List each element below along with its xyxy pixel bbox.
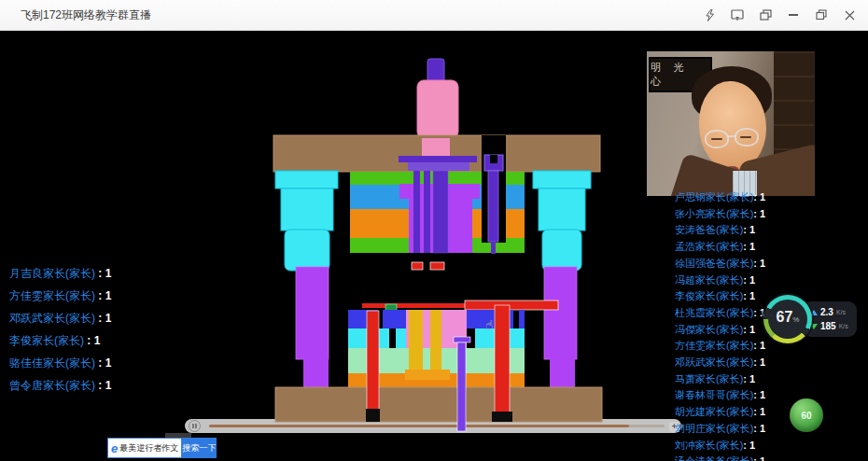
window-controls: [702, 7, 868, 22]
accelerator-float-ball[interactable]: 60: [790, 398, 823, 432]
viewer-count: : 1: [753, 208, 765, 219]
search-button[interactable]: 搜索一下: [182, 438, 217, 458]
restore-icon[interactable]: [814, 7, 829, 22]
viewer-name: 胡光建家长(家长): [675, 406, 753, 417]
viewer-name: 马萧家长(家长): [675, 373, 743, 384]
viewer-count: : 1: [753, 423, 765, 434]
pause-button[interactable]: [189, 420, 201, 432]
viewer-row: 张小亮家长(家长): 1: [675, 206, 861, 223]
teacher-eye: [711, 138, 722, 140]
guide-bushings: [275, 171, 591, 271]
viewer-count: : 1: [743, 224, 755, 235]
viewer-row: 月吉良家长(家长) : 1: [9, 262, 111, 285]
viewer-name: 安涛爸爸(家长): [675, 224, 743, 235]
window-title: 飞制172班网络教学群直播: [21, 7, 151, 23]
live-video-stage: + e 最美逆行者作文 搜索一下 月吉良家长(家长) : 1 方佳雯家长(家长)…: [0, 31, 868, 461]
viewer-count: : 1: [743, 290, 755, 301]
viewer-row: 胡光建家长(家长): 1: [675, 404, 861, 421]
viewer-name: 李俊家长(家长): [675, 290, 743, 301]
teacher-webcam-video[interactable]: 明 光 心: [647, 51, 815, 196]
viewer-name: 刘冲家长(家长): [675, 440, 743, 451]
download-speed-value: 185: [820, 321, 836, 331]
mold-lower-half: [275, 300, 602, 431]
gauge-ring: 67 %: [763, 295, 812, 343]
viewer-row: 安涛爸爸(家长): 1: [675, 222, 861, 239]
viewer-count: : 1: [743, 440, 755, 451]
viewer-name: 李俊家长(家长): [9, 334, 84, 347]
pin-window-icon[interactable]: [730, 7, 745, 22]
viewer-name: 刘明庄家长(家长): [675, 423, 753, 434]
viewer-count: : 1: [753, 356, 765, 368]
viewer-row: 刘冲家长(家长): 1: [675, 438, 861, 454]
viewer-count: : 1: [753, 389, 765, 400]
seek-track[interactable]: [209, 425, 665, 427]
upload-speed-value: 2.3: [820, 307, 833, 317]
viewer-count: : 1: [95, 267, 111, 280]
lightning-icon[interactable]: [702, 7, 717, 22]
viewer-name: 冯超家长(家长): [675, 274, 743, 286]
viewer-count: : 1: [753, 455, 765, 461]
viewer-name: 汤会清爸爸(家长): [675, 455, 753, 461]
viewer-name: 张小亮家长(家长): [675, 208, 753, 219]
viewer-name: 邓跃武家长(家长): [9, 312, 95, 325]
viewer-name: 杜兆霞家长(家长): [675, 307, 753, 318]
search-query-text: 最美逆行者作文: [119, 442, 178, 454]
seek-progress: [209, 425, 629, 427]
viewer-row: 冯超家长(家长): 1: [675, 272, 861, 289]
gauge-percent-unit: %: [792, 315, 799, 324]
gauge-percent: 67: [777, 310, 793, 325]
glasses-bridge: [727, 135, 736, 137]
viewer-count: : 1: [753, 406, 765, 417]
search-input[interactable]: e 最美逆行者作文: [107, 438, 182, 458]
viewer-name: 徐国强爸爸(家长): [675, 258, 753, 269]
viewer-row: 刘明庄家长(家长): 1: [675, 421, 861, 438]
mold-upper-half: [273, 59, 600, 254]
viewer-name: 骆佳佳家长(家长): [9, 356, 95, 370]
viewer-count: : 1: [84, 334, 100, 347]
teacher-eye: [740, 136, 751, 138]
viewer-name: 冯傑家长(家长): [675, 324, 743, 335]
top-clamp-plate: [273, 135, 600, 172]
mouse-cursor-hand: ☝: [485, 317, 494, 332]
viewer-name: 孟浩家长(家长): [675, 241, 743, 252]
viewer-count: : 1: [743, 274, 755, 286]
guide-pillars: [296, 267, 577, 387]
viewer-row: 徐国强爸爸(家长): 1: [675, 256, 861, 272]
upload-speed-unit: K/s: [836, 309, 846, 315]
bottom-clamp-plate: [275, 387, 602, 422]
viewer-count: : 1: [95, 289, 111, 302]
memory-usage-gauge[interactable]: 67 %: [763, 295, 812, 343]
viewer-name: 方佳雯家长(家长): [9, 289, 95, 302]
titlebar: 飞制172班网络教学群直播: [0, 0, 868, 31]
viewer-count: : 1: [753, 258, 765, 269]
upload-speed-row: 2.3 K/s: [810, 305, 857, 319]
viewer-count: : 1: [95, 312, 111, 325]
molded-parts: [412, 262, 444, 270]
viewer-row: 邓跃武家长(家长) : 1: [9, 307, 111, 329]
gauge-inner: 67 %: [768, 300, 807, 339]
viewer-row: 曾令唐家长(家长) : 1: [9, 374, 111, 397]
viewer-count: : 1: [743, 241, 755, 252]
viewer-name: 谢春林哥哥(家长): [675, 389, 753, 400]
viewer-name: 卢思钢家长(家长): [675, 191, 753, 203]
close-icon[interactable]: [842, 7, 857, 22]
viewer-count: : 1: [95, 356, 111, 370]
viewer-row: 汤会清爸爸(家长): 1: [675, 454, 861, 461]
download-speed-unit: K/s: [839, 323, 848, 329]
viewer-row: 李俊家长(家长) : 1: [9, 329, 111, 352]
viewer-count: : 1: [743, 324, 755, 335]
search-widget-tab: [165, 433, 191, 438]
taskbar-search-widget: e 最美逆行者作文 搜索一下: [107, 438, 217, 458]
viewer-count: : 1: [743, 373, 755, 384]
video-seekbar[interactable]: [185, 419, 681, 433]
minimize-icon[interactable]: [786, 7, 801, 22]
cascade-windows-icon[interactable]: [758, 7, 773, 22]
viewer-name: 邓跃武家长(家长): [675, 356, 753, 368]
viewer-row: 方佳雯家长(家长) : 1: [9, 285, 111, 307]
download-speed-row: 185 K/s: [810, 319, 857, 333]
viewer-row: 邓跃武家长(家长): 1: [675, 355, 861, 371]
teacher-face: [699, 81, 766, 171]
viewer-row: 谢春林哥哥(家长): 1: [675, 387, 861, 404]
browser-e-icon: e: [111, 441, 118, 455]
viewer-name: 月吉良家长(家长): [9, 267, 95, 280]
